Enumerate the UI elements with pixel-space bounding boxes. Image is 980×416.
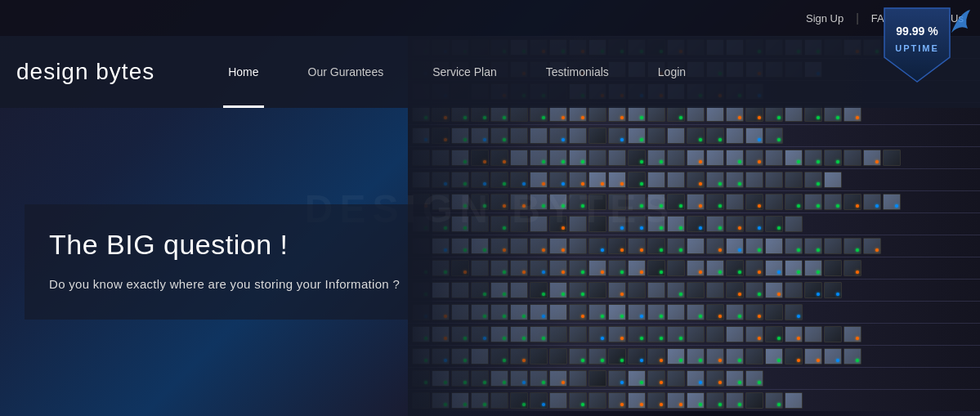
main-navigation: design bytes Home Our Gurantees Service … <box>0 36 980 108</box>
nav-item-testimonials[interactable]: Testimonials <box>521 36 633 108</box>
nav-item-home[interactable]: Home <box>204 36 283 108</box>
uptime-shield: 99.99 % UPTIME <box>880 4 954 86</box>
separator-1: | <box>856 11 859 25</box>
brand-logo[interactable]: design bytes <box>16 59 154 85</box>
nav-item-login[interactable]: Login <box>633 36 710 108</box>
nav-item-guarantees[interactable]: Our Gurantees <box>284 36 409 108</box>
uptime-badge-container: 99.99 % UPTIME <box>880 4 972 86</box>
hero-title: The BIG question ! <box>49 229 400 261</box>
svg-text:99.99 %: 99.99 % <box>896 25 938 38</box>
nav-item-service-plan[interactable]: Service Plan <box>408 36 521 108</box>
svg-text:UPTIME: UPTIME <box>895 43 939 53</box>
hero-subtitle: Do you know exactly where are you storin… <box>49 277 400 291</box>
uptime-decoration <box>947 8 972 41</box>
top-utility-bar: Sign Up | FAQ | About Us <box>0 0 980 36</box>
nav-links: Home Our Gurantees Service Plan Testimon… <box>204 36 964 108</box>
hero-text-box: The BIG question ! Do you know exactly w… <box>25 204 432 320</box>
signup-link[interactable]: Sign Up <box>806 12 844 25</box>
